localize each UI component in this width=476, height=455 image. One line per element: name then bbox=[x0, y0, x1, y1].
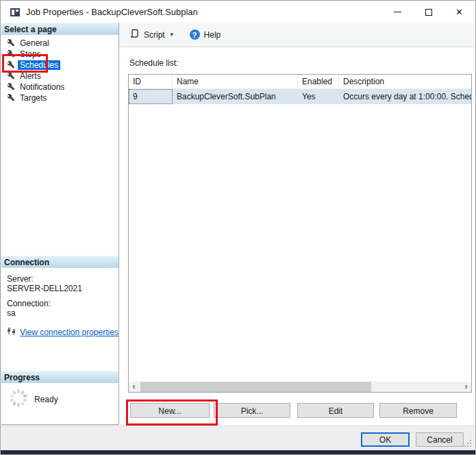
job-properties-dialog: Job Properties - BackupCleverSoft.Subpla… bbox=[0, 0, 476, 455]
scroll-left-icon[interactable]: ‹ bbox=[129, 382, 139, 392]
window-bottom-edge bbox=[1, 450, 475, 454]
help-label: Help bbox=[204, 30, 221, 40]
progress-status: Ready bbox=[34, 395, 58, 404]
resize-grip[interactable] bbox=[470, 440, 471, 441]
select-a-page-header: Select a page bbox=[1, 23, 118, 35]
connection-value: sa bbox=[7, 308, 118, 318]
close-icon: ✕ bbox=[455, 7, 463, 17]
server-value: SERVER-DELL2021 bbox=[7, 284, 118, 293]
script-label: Script bbox=[144, 30, 165, 40]
progress-section: Progress bbox=[1, 371, 118, 408]
minimize-button[interactable] bbox=[382, 1, 413, 23]
page-tree: General Steps Schedules Alerts Notificat… bbox=[1, 35, 118, 103]
wrench-icon bbox=[6, 61, 14, 69]
toolbar: Script ▼ ? Help bbox=[119, 23, 475, 47]
maximize-icon bbox=[425, 9, 432, 16]
cell-name: BackupCleverSoft.SubPlan bbox=[173, 89, 298, 104]
dialog-footer: OK Cancel bbox=[1, 426, 475, 450]
wrench-icon bbox=[6, 39, 14, 47]
column-header-enabled[interactable]: Enabled bbox=[298, 75, 339, 89]
script-button[interactable]: Script ▼ bbox=[127, 27, 177, 42]
column-header-name[interactable]: Name bbox=[173, 75, 298, 89]
progress-spinner-icon bbox=[8, 388, 29, 408]
wrench-icon bbox=[6, 94, 14, 102]
sidebar-item-general[interactable]: General bbox=[1, 38, 118, 49]
new-button[interactable]: New... bbox=[130, 403, 210, 418]
scrollbar-thumb[interactable] bbox=[140, 382, 371, 392]
server-label: Server: bbox=[7, 274, 118, 284]
table-header-row: ID Name Enabled Description bbox=[129, 75, 471, 89]
minimize-icon bbox=[394, 12, 401, 12]
column-header-description[interactable]: Description bbox=[339, 75, 471, 89]
ok-button[interactable]: OK bbox=[361, 432, 410, 447]
sidebar-item-schedules[interactable]: Schedules bbox=[1, 60, 118, 71]
schedule-list-table: ID Name Enabled Description 9 BackupClev… bbox=[128, 74, 472, 393]
pick-button[interactable]: Pick... bbox=[214, 403, 290, 418]
sidebar-item-steps[interactable]: Steps bbox=[1, 49, 118, 60]
title-bar: Job Properties - BackupCleverSoft.Subpla… bbox=[1, 1, 475, 23]
script-icon bbox=[130, 29, 140, 40]
schedule-list-label: Schedule list: bbox=[129, 58, 178, 68]
connection-properties-icon bbox=[7, 327, 16, 338]
schedules-page: Schedule list: ID Name Enabled Descripti… bbox=[119, 47, 475, 426]
sidebar-item-label-selected: Schedules bbox=[18, 60, 60, 70]
close-button[interactable]: ✕ bbox=[444, 1, 475, 23]
edit-button[interactable]: Edit bbox=[297, 403, 374, 418]
wrench-icon bbox=[6, 50, 14, 58]
maximize-button[interactable] bbox=[413, 1, 444, 23]
sidebar-item-label: Steps bbox=[18, 49, 43, 59]
column-header-id[interactable]: ID bbox=[129, 75, 173, 89]
remove-button[interactable]: Remove bbox=[379, 403, 457, 418]
scrollbar-track[interactable] bbox=[139, 382, 461, 392]
scroll-right-icon[interactable]: › bbox=[461, 382, 471, 392]
wrench-icon bbox=[6, 72, 14, 80]
horizontal-scrollbar[interactable]: ‹ › bbox=[129, 382, 471, 392]
chevron-down-icon: ▼ bbox=[169, 32, 175, 38]
progress-header: Progress bbox=[1, 371, 118, 383]
window-controls: ✕ bbox=[382, 1, 475, 23]
table-row[interactable]: 9 BackupCleverSoft.SubPlan Yes Occurs ev… bbox=[129, 89, 471, 104]
sidebar-item-label: Targets bbox=[18, 93, 49, 103]
help-icon: ? bbox=[190, 29, 200, 40]
connection-label: Connection: bbox=[7, 299, 118, 308]
help-button[interactable]: ? Help bbox=[187, 27, 224, 42]
sidebar: Select a page General Steps Schedules Al… bbox=[1, 23, 119, 425]
window-icon bbox=[10, 8, 20, 16]
sidebar-item-notifications[interactable]: Notifications bbox=[1, 82, 118, 93]
cell-enabled: Yes bbox=[298, 89, 339, 104]
connection-section: Connection Server: SERVER-DELL2021 Conne… bbox=[1, 256, 118, 338]
window-title: Job Properties - BackupCleverSoft.Subpla… bbox=[26, 7, 198, 17]
wrench-icon bbox=[6, 83, 14, 91]
cancel-button[interactable]: Cancel bbox=[416, 432, 464, 447]
view-connection-properties-link[interactable]: View connection properties bbox=[20, 328, 118, 337]
cell-description: Occurs every day at 1:00:00. Schedule bbox=[339, 89, 471, 104]
sidebar-item-label: General bbox=[18, 38, 51, 48]
cell-id: 9 bbox=[129, 89, 173, 104]
connection-header: Connection bbox=[1, 256, 118, 268]
sidebar-item-label: Notifications bbox=[18, 82, 66, 92]
sidebar-item-targets[interactable]: Targets bbox=[1, 93, 118, 103]
sidebar-item-alerts[interactable]: Alerts bbox=[1, 71, 118, 82]
sidebar-item-label: Alerts bbox=[18, 71, 43, 81]
